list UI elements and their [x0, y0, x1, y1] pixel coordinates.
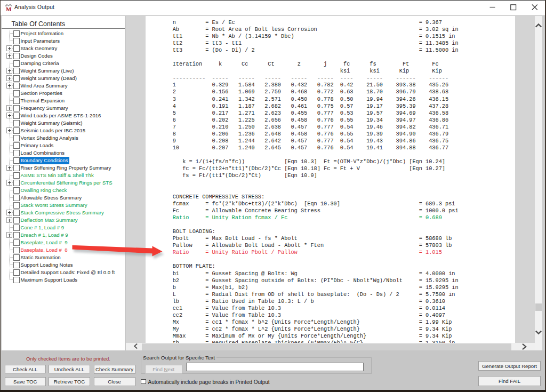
svg-text:M: M	[6, 6, 12, 12]
